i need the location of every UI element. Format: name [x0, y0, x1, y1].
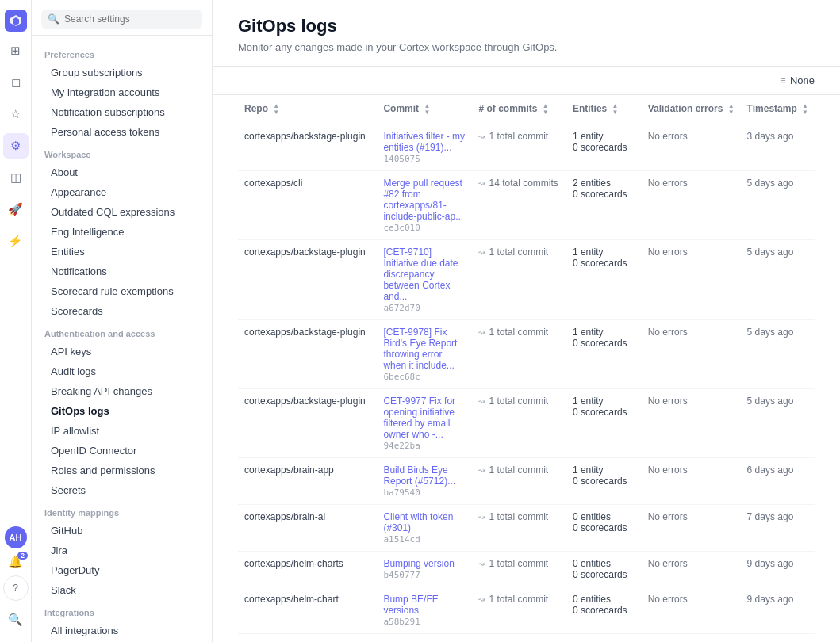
- sidebar-item-gitops-logs[interactable]: GitOps logs: [32, 401, 212, 421]
- entities-cell: 0 entities0 scorecards: [566, 587, 642, 634]
- timestamp-cell: 5 days ago: [741, 240, 815, 320]
- sidebar-item-secrets[interactable]: Secrets: [32, 480, 212, 500]
- commit-hash: 94e22ba: [383, 441, 420, 451]
- sidebar-section-label: Identity mappings: [32, 500, 212, 521]
- repo-cell: cortexapps/helm-chart: [238, 587, 377, 634]
- sidebar-item-breaking-api-changes[interactable]: Breaking API changes: [32, 381, 212, 401]
- col-header-commit[interactable]: Commit ▲▼: [377, 95, 472, 124]
- sidebar-item-api-keys[interactable]: API keys: [32, 342, 212, 361]
- commit-cell: Bumps6526ac3: [377, 634, 472, 643]
- search-icon[interactable]: 🔍: [3, 607, 29, 632]
- home-icon[interactable]: ⊞: [3, 38, 29, 63]
- filter-bar: ≡ None: [213, 67, 840, 95]
- filter-label: None: [790, 75, 815, 86]
- branch-icon: ↝: [478, 465, 485, 476]
- sidebar-item-group-subscriptions[interactable]: Group subscriptions: [32, 63, 212, 82]
- commit-link[interactable]: Client with token (#301): [383, 511, 466, 533]
- sidebar-item-entities[interactable]: Entities: [32, 242, 212, 262]
- table-row: cortexapps/backstage-plugin[CET-9710] In…: [238, 240, 815, 320]
- sidebar-item-jira[interactable]: Jira: [32, 541, 212, 560]
- sidebar-section-label: Authentication and access: [32, 321, 212, 342]
- sidebar-item-openid-connector[interactable]: OpenID Connector: [32, 441, 212, 460]
- commit-cell: Initiatives filter - my entities (#191).…: [377, 124, 472, 171]
- commit-cell: Bump BE/FE versionsa58b291: [377, 587, 472, 634]
- entities-cell: 2 entities0 scorecards: [566, 171, 642, 240]
- sidebar-item-ip-allowlist[interactable]: IP allowlist: [32, 421, 212, 441]
- paper-icon[interactable]: ◫: [3, 165, 29, 190]
- branch-icon: ↝: [478, 594, 485, 605]
- sidebar-item-all-integrations[interactable]: All integrations: [32, 621, 212, 640]
- col-header-timestamp[interactable]: Timestamp ▲▼: [741, 95, 815, 124]
- sidebar-item-about[interactable]: About: [32, 162, 212, 182]
- commit-link[interactable]: Bump BE/FE versions: [383, 594, 466, 616]
- sidebar-item-personal-access-tokens[interactable]: Personal access tokens: [32, 122, 212, 142]
- table-body: cortexapps/backstage-pluginInitiatives f…: [238, 124, 815, 643]
- sidebar-item-notification-subscriptions[interactable]: Notification subscriptions: [32, 102, 212, 122]
- timestamp-cell: 9 days ago: [741, 552, 815, 587]
- entities-cell: 0 entities0 scorecards: [566, 505, 642, 552]
- commit-count-cell: ↝1 total commit: [472, 124, 566, 148]
- commit-link[interactable]: Initiatives filter - my entities (#191).…: [383, 131, 466, 153]
- bolt-icon[interactable]: ⚡: [3, 228, 29, 254]
- settings-sidebar: 🔍 PreferencesGroup subscriptionsMy integ…: [32, 0, 213, 642]
- sidebar-item-pagerduty[interactable]: PagerDuty: [32, 560, 212, 580]
- repo-cell: cortexapps/backstage-plugin: [238, 240, 377, 320]
- validation-cell: No errors: [642, 320, 741, 389]
- commit-cell: [CET-9978] Fix Bird's Eye Report throwin…: [377, 320, 472, 389]
- sidebar-item-scorecards[interactable]: Scorecards: [32, 301, 212, 321]
- repo-cell: cortexapps/cli: [238, 171, 377, 240]
- app-logo[interactable]: [5, 10, 27, 32]
- commit-hash: b450777: [383, 570, 420, 580]
- sidebar-item-scorecard-rule-exemptions[interactable]: Scorecard rule exemptions: [32, 281, 212, 301]
- commit-hash: ba79540: [383, 487, 420, 498]
- sidebar-item-audit-logs[interactable]: Audit logs: [32, 361, 212, 381]
- table-header: Repo ▲▼Commit ▲▼# of commits ▲▼Entities …: [238, 95, 815, 124]
- commit-cell: CET-9977 Fix for opening initiative filt…: [377, 389, 472, 458]
- repo-cell: cortexapps/brain-ai: [238, 505, 377, 552]
- settings-icon[interactable]: ⚙: [3, 133, 29, 159]
- table-row: cortexapps/backstage-pluginCET-9977 Fix …: [238, 389, 815, 458]
- sidebar-item-slack[interactable]: Slack: [32, 580, 212, 600]
- branch-icon: ↝: [478, 247, 485, 258]
- commit-count-cell: ↝14 total commits: [472, 171, 566, 195]
- col-header--of-commits[interactable]: # of commits ▲▼: [472, 95, 566, 124]
- entities-cell: 0 entities0 scorecards: [566, 634, 642, 643]
- repo-cell: cortexapps/birdseye_example: [238, 634, 377, 643]
- repo-cell: cortexapps/backstage-plugin: [238, 389, 377, 458]
- sidebar-icon-rail: ⊞ ◻ ☆ ⚙ ◫ 🚀 ⚡ AH 🔔 2 ? 🔍: [0, 0, 32, 642]
- col-header-repo[interactable]: Repo ▲▼: [238, 95, 377, 124]
- sidebar-item-github[interactable]: GitHub: [32, 521, 212, 541]
- search-input[interactable]: [64, 13, 196, 25]
- col-header-entities[interactable]: Entities ▲▼: [566, 95, 642, 124]
- sidebar-item-appearance[interactable]: Appearance: [32, 182, 212, 202]
- sidebar-item-notifications[interactable]: Notifications: [32, 262, 212, 281]
- rocket-icon[interactable]: 🚀: [3, 197, 29, 222]
- validation-cell: No errors: [642, 458, 741, 505]
- user-avatar[interactable]: AH: [5, 526, 27, 548]
- sidebar-item-eng-intelligence[interactable]: Eng Intelligence: [32, 222, 212, 242]
- commit-link[interactable]: CET-9977 Fix for opening initiative filt…: [383, 396, 466, 440]
- logs-table: Repo ▲▼Commit ▲▼# of commits ▲▼Entities …: [238, 95, 815, 642]
- sidebar-item-my-integration-accounts[interactable]: My integration accounts: [32, 82, 212, 102]
- filter-button[interactable]: ≡ None: [780, 75, 815, 86]
- commit-hash: a1514cd: [383, 534, 420, 545]
- commit-hash: a58b291: [383, 617, 420, 627]
- star-icon[interactable]: ☆: [3, 101, 29, 127]
- commit-hash: a672d70: [383, 303, 420, 313]
- notifications-icon[interactable]: 🔔 2: [8, 555, 23, 569]
- branch-icon: ↝: [478, 327, 485, 338]
- cube-icon[interactable]: ◻: [3, 70, 29, 95]
- search-box[interactable]: 🔍: [41, 10, 202, 29]
- help-icon[interactable]: ?: [3, 575, 29, 601]
- table-row: cortexapps/brain-aiClient with token (#3…: [238, 505, 815, 552]
- sidebar-item-roles-and-permissions[interactable]: Roles and permissions: [32, 460, 212, 480]
- commit-link[interactable]: [CET-9710] Initiative due date discrepan…: [383, 246, 466, 302]
- commit-hash: ce3c010: [383, 223, 420, 233]
- commit-link[interactable]: Build Birds Eye Report (#5712)...: [383, 464, 466, 487]
- sidebar-item-outdated-cql-expressions[interactable]: Outdated CQL expressions: [32, 202, 212, 222]
- commit-link[interactable]: Merge pull request #82 from cortexapps/8…: [383, 178, 466, 222]
- commit-cell: Build Birds Eye Report (#5712)...ba79540: [377, 458, 472, 505]
- commit-link[interactable]: [CET-9978] Fix Bird's Eye Report throwin…: [383, 327, 466, 371]
- col-header-validation-errors[interactable]: Validation errors ▲▼: [642, 95, 741, 124]
- commit-link[interactable]: Bumping version: [383, 558, 466, 569]
